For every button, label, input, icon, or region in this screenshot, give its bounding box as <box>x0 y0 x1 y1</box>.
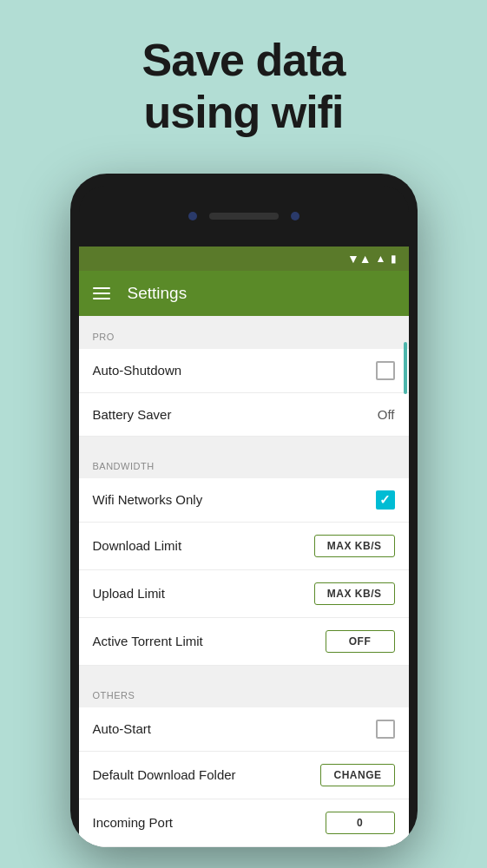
bandwidth-section: BANDWIDTH Wifi Networks Only Download Li… <box>79 445 409 666</box>
others-section-header: OTHERS <box>79 674 409 707</box>
screen-content: PRO Auto-Shutdown Battery Saver Off <box>79 316 409 847</box>
camera-dot-right <box>291 212 299 220</box>
camera-dot-left <box>188 212 197 220</box>
wifi-icon: ▼▲ <box>347 252 372 266</box>
hamburger-line1 <box>93 287 110 289</box>
headline-text: Save data using wifi <box>142 35 346 139</box>
bandwidth-settings-list: Wifi Networks Only Download Limit MAX KB… <box>79 478 409 666</box>
others-settings-list: Auto-Start Default Download Folder CHANG… <box>79 707 409 847</box>
pro-label: PRO <box>93 332 115 342</box>
active-torrent-row: Active Torrent Limit OFF <box>79 618 409 666</box>
download-limit-row: Download Limit MAX KB/S <box>79 523 409 570</box>
bandwidth-section-header: BANDWIDTH <box>79 445 409 478</box>
toolbar-title: Settings <box>128 284 188 303</box>
auto-start-checkbox[interactable] <box>376 720 395 739</box>
toolbar: Settings <box>79 271 409 316</box>
incoming-port-label: Incoming Port <box>93 815 174 830</box>
others-section: OTHERS Auto-Start Default Download Folde… <box>79 674 409 847</box>
active-torrent-label: Active Torrent Limit <box>93 634 203 648</box>
auto-start-label: Auto-Start <box>93 721 152 736</box>
phone-top-bar <box>79 186 409 247</box>
battery-icon: ▮ <box>391 253 397 265</box>
divider-2 <box>79 666 409 674</box>
signal-icon: ▲ <box>376 253 386 265</box>
pro-settings-list: Auto-Shutdown Battery Saver Off <box>79 349 409 437</box>
status-icons: ▼▲ ▲ ▮ <box>347 252 397 266</box>
active-torrent-button[interactable]: OFF <box>326 630 395 653</box>
battery-saver-row[interactable]: Battery Saver Off <box>79 393 409 437</box>
others-label: OTHERS <box>93 690 135 700</box>
upload-limit-label: Upload Limit <box>93 586 165 601</box>
divider-1 <box>79 437 409 445</box>
upload-limit-row: Upload Limit MAX KB/S <box>79 570 409 618</box>
phone-frame: ▼▲ ▲ ▮ Settings PRO Aut <box>70 174 418 847</box>
battery-saver-value: Off <box>378 407 395 422</box>
incoming-port-row: Incoming Port 0 <box>79 799 409 847</box>
battery-saver-label: Battery Saver <box>93 407 172 422</box>
bandwidth-label: BANDWIDTH <box>93 461 155 471</box>
incoming-port-button[interactable]: 0 <box>326 812 395 834</box>
hamburger-line2 <box>93 293 110 294</box>
headline: Save data using wifi <box>142 35 346 139</box>
download-limit-button[interactable]: MAX KB/S <box>314 535 395 557</box>
status-bar: ▼▲ ▲ ▮ <box>79 247 409 271</box>
wifi-networks-row: Wifi Networks Only <box>79 478 409 523</box>
auto-shutdown-label: Auto-Shutdown <box>93 363 182 378</box>
auto-shutdown-checkbox[interactable] <box>376 361 395 380</box>
wifi-networks-checkbox[interactable] <box>376 490 395 510</box>
camera-area <box>188 212 299 220</box>
pro-section: PRO Auto-Shutdown Battery Saver Off <box>79 316 409 437</box>
speaker <box>209 213 279 220</box>
auto-start-row: Auto-Start <box>79 707 409 752</box>
download-limit-label: Download Limit <box>93 538 182 553</box>
default-download-label: Default Download Folder <box>93 767 236 782</box>
auto-shutdown-row: Auto-Shutdown <box>79 349 409 393</box>
default-download-row: Default Download Folder CHANGE <box>79 752 409 799</box>
pro-section-header: PRO <box>79 316 409 349</box>
hamburger-line3 <box>93 298 110 299</box>
upload-limit-button[interactable]: MAX KB/S <box>314 582 395 605</box>
default-download-button[interactable]: CHANGE <box>320 764 394 786</box>
scrollbar[interactable] <box>404 342 407 394</box>
phone-wrapper: ▼▲ ▲ ▮ Settings PRO Aut <box>70 174 418 847</box>
wifi-networks-label: Wifi Networks Only <box>93 492 203 507</box>
hamburger-menu[interactable] <box>93 287 110 299</box>
